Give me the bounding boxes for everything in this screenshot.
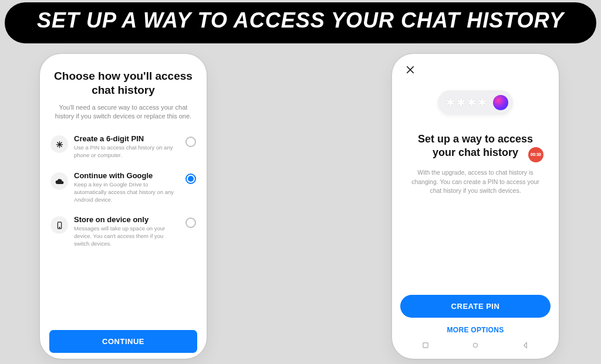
- svg-point-3: [473, 343, 477, 348]
- phone-icon: [50, 216, 68, 234]
- nav-back-icon[interactable]: [521, 341, 529, 352]
- option-title: Continue with Google: [74, 171, 180, 180]
- option-title: Create a 6-digit PIN: [74, 134, 180, 143]
- pin-visual: ✱ ✱ ✱ ✱: [438, 90, 513, 115]
- pin-dot-icon: ✱: [467, 99, 474, 106]
- right-title-wrap: Set up a way to access your chat history…: [400, 132, 551, 166]
- radio-unselected[interactable]: [185, 217, 196, 228]
- phone-left-content: Choose how you'll access chat history Yo…: [46, 60, 201, 353]
- phone-right: ✱ ✱ ✱ ✱ Set up a way to access your chat…: [392, 54, 559, 359]
- page-banner: SET UP A WAY TO ACCESS YOUR CHAT HISTORY: [5, 2, 596, 43]
- phone-right-content: ✱ ✱ ✱ ✱ Set up a way to access your chat…: [398, 60, 553, 353]
- option-device-only[interactable]: Store on device only Messages will take …: [49, 212, 197, 256]
- left-title: Choose how you'll access chat history: [49, 64, 197, 103]
- pin-orb-icon: [493, 95, 508, 110]
- option-desc: Keep a key in Google Drive to automatica…: [74, 181, 180, 203]
- continue-button[interactable]: CONTINUE: [49, 330, 197, 353]
- cloud-icon: [50, 172, 68, 190]
- option-body: Continue with Google Keep a key in Googl…: [74, 171, 180, 203]
- right-subtitle: With the upgrade, access to chat history…: [400, 166, 551, 196]
- right-bottom: CREATE PIN MORE OPTIONS: [400, 295, 551, 353]
- option-desc: Use a PIN to access chat history on any …: [74, 144, 180, 159]
- more-options-button[interactable]: MORE OPTIONS: [400, 318, 551, 338]
- pin-dot-icon: ✱: [457, 99, 464, 106]
- close-icon[interactable]: [405, 64, 416, 75]
- banner-title: SET UP A WAY TO ACCESS YOUR CHAT HISTORY: [28, 8, 573, 33]
- option-body: Create a 6-digit PIN Use a PIN to access…: [74, 134, 180, 159]
- option-desc: Messages will take up space on your devi…: [74, 225, 180, 247]
- option-google[interactable]: Continue with Google Keep a key in Googl…: [49, 168, 197, 212]
- right-title: Set up a way to access your chat history: [418, 133, 533, 158]
- phone-row: Choose how you'll access chat history Yo…: [0, 54, 601, 359]
- pin-dot-icon: ✱: [446, 99, 453, 106]
- svg-point-1: [59, 227, 59, 228]
- close-row: [400, 62, 551, 77]
- asterisk-icon: [50, 135, 68, 153]
- android-navbar: [400, 338, 551, 353]
- phone-left: Choose how you'll access chat history Yo…: [40, 54, 207, 359]
- timer-badge: 00:30: [528, 147, 543, 162]
- create-pin-button[interactable]: CREATE PIN: [400, 295, 551, 318]
- radio-unselected[interactable]: [185, 137, 196, 147]
- svg-rect-2: [423, 343, 428, 348]
- left-subtitle: You'll need a secure way to access your …: [49, 103, 197, 131]
- option-title: Store on device only: [74, 215, 180, 224]
- option-body: Store on device only Messages will take …: [74, 215, 180, 247]
- radio-selected[interactable]: [185, 174, 196, 184]
- pin-dot-icon: ✱: [478, 99, 485, 106]
- pin-dots: ✱ ✱ ✱ ✱: [446, 99, 485, 106]
- nav-home-icon[interactable]: [471, 341, 480, 352]
- left-bottom: CONTINUE: [49, 330, 197, 353]
- nav-recent-icon[interactable]: [421, 341, 430, 352]
- option-create-pin[interactable]: Create a 6-digit PIN Use a PIN to access…: [49, 131, 197, 168]
